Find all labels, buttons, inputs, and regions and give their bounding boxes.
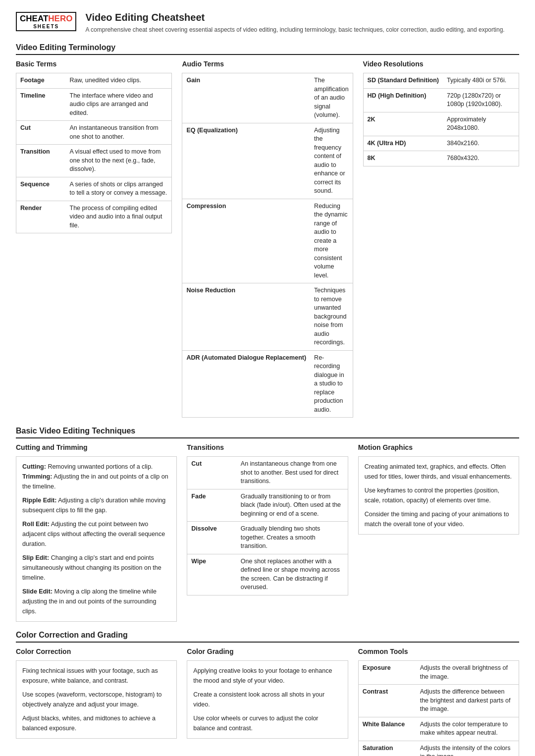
term-cell: Fade xyxy=(187,489,237,522)
def-cell: An instantaneous change from one shot to… xyxy=(237,457,348,489)
term-cell: Compression xyxy=(182,199,310,283)
term-cell: 2K xyxy=(363,112,443,136)
cutting-trimming-box: Cutting: Removing unwanted portions of a… xyxy=(16,456,177,622)
table-row: EQ (Equalization)Adjusting the frequency… xyxy=(182,123,353,199)
basic-terms-heading: Basic Terms xyxy=(16,60,172,69)
motion-para: Creating animated text, graphics, and ef… xyxy=(365,462,513,482)
term-cell: Exposure xyxy=(358,661,416,685)
def-cell: The interface where video and audio clip… xyxy=(66,88,172,121)
table-row: SD (Standard Definition)Typically 480i o… xyxy=(363,73,519,89)
basic-terms-col: Basic Terms FootageRaw, unedited video c… xyxy=(16,60,172,418)
logo-hero: HERO xyxy=(48,14,72,24)
table-row: SaturationAdjusts the intensity of the c… xyxy=(358,741,519,756)
table-row: HD (High Definition)720p (1280x720) or 1… xyxy=(363,88,519,112)
page-title: Video Editing Cheatsheet xyxy=(85,12,519,23)
def-cell: The amplification of an audio signal (vo… xyxy=(310,73,353,123)
motion-para: Use keyframes to control the properties … xyxy=(365,486,513,505)
motion-graphics-box: Creating animated text, graphics, and ef… xyxy=(358,456,519,535)
motion-graphics-heading: Motion Graphics xyxy=(358,443,519,452)
table-row: SequenceA series of shots or clips arran… xyxy=(16,177,172,201)
table-row: CompressionReducing the dynamic range of… xyxy=(182,199,353,283)
term-cell: SD (Standard Definition) xyxy=(363,73,443,89)
def-cell: Adjusts the color temperature to make wh… xyxy=(416,717,519,741)
table-row: ExposureAdjusts the overall brightness o… xyxy=(358,661,519,685)
term-cell: Saturation xyxy=(358,741,416,756)
term-cell: Render xyxy=(16,201,66,233)
table-row: TimelineThe interface where video and au… xyxy=(16,88,172,121)
color-correction-col: Color Correction Fixing technical issues… xyxy=(16,648,177,756)
table-row: TransitionA visual effect used to move f… xyxy=(16,145,172,177)
def-cell: The process of compiling edited video an… xyxy=(66,201,172,233)
table-row: WipeOne shot replaces another with a def… xyxy=(187,554,348,595)
term-cell: Timeline xyxy=(16,88,66,121)
term-cell: EQ (Equalization) xyxy=(182,123,310,199)
header-text: Video Editing Cheatsheet A comprehensive… xyxy=(85,12,519,34)
term-cell: ADR (Automated Dialogue Replacement) xyxy=(182,350,310,418)
table-row: CutAn instantaneous change from one shot… xyxy=(187,457,348,489)
def-cell: Gradually blending two shots together. C… xyxy=(237,522,348,554)
def-cell: Adjusts the intensity of the colors in t… xyxy=(416,741,519,756)
table-row: ADR (Automated Dialogue Replacement)Re-r… xyxy=(182,350,353,418)
term-cell: Dissolve xyxy=(187,522,237,554)
cutting-para: Slip Edit: Changing a clip's start and e… xyxy=(22,553,170,583)
techniques-columns: Cutting and Trimming Cutting: Removing u… xyxy=(16,443,519,622)
color-columns: Color Correction Fixing technical issues… xyxy=(16,648,519,756)
def-cell: One shot replaces another with a defined… xyxy=(237,554,348,595)
def-cell: A series of shots or clips arranged to t… xyxy=(66,177,172,201)
def-cell: Gradually transitioning to or from black… xyxy=(237,489,348,522)
def-cell: Raw, unedited video clips. xyxy=(66,73,172,89)
def-cell: Techniques to remove unwanted background… xyxy=(310,283,353,351)
def-cell: Approximately 2048x1080. xyxy=(443,112,519,136)
audio-terms-col: Audio Terms GainThe amplification of an … xyxy=(182,60,353,418)
transitions-table: CutAn instantaneous change from one shot… xyxy=(187,456,348,595)
common-tools-col: Common Tools ExposureAdjusts the overall… xyxy=(358,648,519,756)
logo-sheets: SHEETS xyxy=(33,24,59,29)
def-cell: Re-recording dialogue in a studio to rep… xyxy=(310,350,353,418)
term-cell: Footage xyxy=(16,73,66,89)
cutting-para: Ripple Edit: Adjusting a clip's duration… xyxy=(22,495,170,515)
terminology-columns: Basic Terms FootageRaw, unedited video c… xyxy=(16,60,519,418)
page-description: A comprehensive cheat sheet covering ess… xyxy=(85,25,519,34)
def-cell: 7680x4320. xyxy=(443,151,519,166)
color-grading-para: Use color wheels or curves to adjust the… xyxy=(193,713,341,733)
term-cell: HD (High Definition) xyxy=(363,88,443,112)
color-correction-box: Fixing technical issues with your footag… xyxy=(16,660,177,739)
section-terminology-heading: Video Editing Terminology xyxy=(16,43,519,55)
term-cell: Sequence xyxy=(16,177,66,201)
table-row: White BalanceAdjusts the color temperatu… xyxy=(358,717,519,741)
cutting-trimming-col: Cutting and Trimming Cutting: Removing u… xyxy=(16,443,177,622)
section-techniques-heading: Basic Video Editing Techniques xyxy=(16,427,519,438)
transitions-heading: Transitions xyxy=(187,443,348,452)
term-cell: White Balance xyxy=(358,717,416,741)
def-cell: 720p (1280x720) or 1080p (1920x1080). xyxy=(443,88,519,112)
color-grading-col: Color Grading Applying creative looks to… xyxy=(187,648,348,756)
table-row: FootageRaw, unedited video clips. xyxy=(16,73,172,89)
basic-terms-table: FootageRaw, unedited video clips.Timelin… xyxy=(16,73,172,233)
table-row: GainThe amplification of an audio signal… xyxy=(182,73,353,123)
table-row: 4K (Ultra HD)3840x2160. xyxy=(363,136,519,151)
section-color-heading: Color Correction and Grading xyxy=(16,631,519,643)
def-cell: Adjusts the overall brightness of the im… xyxy=(416,661,519,685)
term-cell: 4K (Ultra HD) xyxy=(363,136,443,151)
cutting-para: Cutting: Removing unwanted portions of a… xyxy=(22,462,170,491)
term-cell: Transition xyxy=(16,145,66,177)
motion-graphics-col: Motion Graphics Creating animated text, … xyxy=(358,443,519,622)
audio-terms-heading: Audio Terms xyxy=(182,60,353,69)
motion-para: Consider the timing and pacing of your a… xyxy=(365,509,513,529)
table-row: 8K7680x4320. xyxy=(363,151,519,166)
audio-terms-table: GainThe amplification of an audio signal… xyxy=(182,73,353,418)
term-cell: Cut xyxy=(16,121,66,145)
video-resolutions-table: SD (Standard Definition)Typically 480i o… xyxy=(363,73,519,166)
cutting-para: Slide Edit: Moving a clip along the time… xyxy=(22,587,170,616)
def-cell: Typically 480i or 576i. xyxy=(443,73,519,89)
color-correction-para: Use scopes (waveform, vectorscope, histo… xyxy=(22,690,170,709)
def-cell: Adjusts the difference between the brigh… xyxy=(416,685,519,717)
table-row: RenderThe process of compiling edited vi… xyxy=(16,201,172,233)
table-row: Noise ReductionTechniques to remove unwa… xyxy=(182,283,353,351)
table-row: 2KApproximately 2048x1080. xyxy=(363,112,519,136)
logo-cheat: CHEAT xyxy=(20,14,48,24)
term-cell: 8K xyxy=(363,151,443,166)
color-correction-para: Fixing technical issues with your footag… xyxy=(22,666,170,686)
term-cell: Contrast xyxy=(358,685,416,717)
def-cell: A visual effect used to move from one sh… xyxy=(66,145,172,177)
